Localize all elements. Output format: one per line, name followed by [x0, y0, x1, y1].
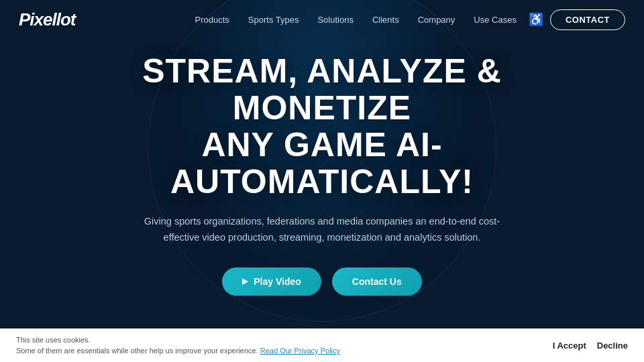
hero-buttons: Play Video Contact Us: [222, 267, 421, 296]
play-button-label: Play Video: [254, 276, 301, 287]
accessibility-icon[interactable]: ♿: [529, 12, 543, 27]
navbar: Pixellot Products Sports Types Solutions…: [0, 0, 644, 39]
nav-item-products[interactable]: Products: [195, 15, 229, 25]
hero-title-line1: STREAM, ANALYZE & MONETIZE: [142, 52, 502, 127]
privacy-policy-link[interactable]: Read Our Privacy Policy: [260, 347, 340, 355]
nav-item-company[interactable]: Company: [418, 15, 455, 25]
cookie-line2: Some of them are essentials while other …: [16, 347, 258, 355]
cookie-line1: This site uses cookies.: [16, 336, 91, 344]
play-video-button[interactable]: Play Video: [222, 267, 321, 296]
contact-button[interactable]: CONTACT: [550, 9, 625, 30]
nav-item-clients[interactable]: Clients: [372, 15, 399, 25]
nav-item-solutions[interactable]: Solutions: [317, 15, 353, 25]
hero-title-line2: ANY GAME AI-AUTOMATICALLY!: [170, 126, 474, 200]
contact-us-button[interactable]: Contact Us: [332, 267, 422, 296]
cookie-bar: This site uses cookies. Some of them are…: [0, 328, 644, 362]
nav-links: Products Sports Types Solutions Clients …: [195, 15, 517, 25]
hero-subtitle: Giving sports organizations, federations…: [141, 214, 503, 246]
hero-title: STREAM, ANALYZE & MONETIZE ANY GAME AI-A…: [54, 53, 590, 200]
cookie-accept-button[interactable]: I Accept: [553, 341, 586, 351]
cookie-decline-button[interactable]: Decline: [597, 341, 628, 351]
nav-item-sports-types[interactable]: Sports Types: [248, 15, 299, 25]
play-icon: [242, 278, 248, 285]
cookie-text: This site uses cookies. Some of them are…: [16, 335, 542, 357]
hero-section: STREAM, ANALYZE & MONETIZE ANY GAME AI-A…: [0, 0, 644, 328]
logo-text: Pixellot: [19, 9, 75, 29]
logo[interactable]: Pixellot: [19, 9, 75, 30]
nav-item-use-cases[interactable]: Use Cases: [474, 15, 517, 25]
